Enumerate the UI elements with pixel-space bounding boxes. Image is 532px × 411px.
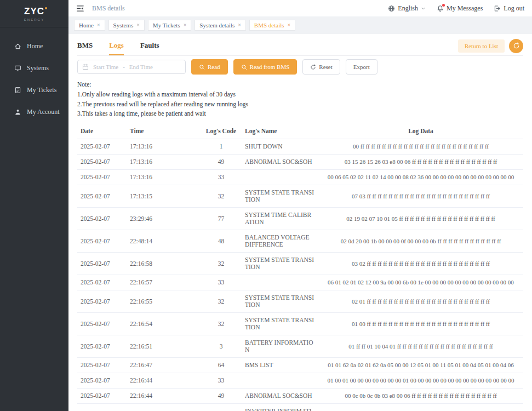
reset-label: Reset — [319, 64, 332, 70]
logout-button[interactable]: Log out — [494, 4, 524, 13]
return-to-list-button[interactable]: Return to List — [458, 39, 505, 53]
log-date: 2025-02-07 — [77, 155, 127, 170]
close-icon[interactable]: × — [288, 22, 291, 28]
log-data: 02 01 ff ff ff ff ff ff ff ff ff ff ff f… — [318, 290, 523, 313]
breadcrumb-label: System details — [199, 22, 234, 28]
reset-button[interactable]: Reset — [302, 59, 340, 75]
breadcrumb-tab-my-tickets[interactable]: My Tickets× — [148, 20, 191, 31]
log-data: 06 01 02 01 02 12 00 9a 00 00 6b 00 1e 0… — [318, 275, 523, 290]
tab-faults[interactable]: Faults — [140, 36, 159, 55]
content-panel: BMS Logs Faults Return to List Start Tim… — [68, 34, 532, 411]
log-time: 22:16:51 — [127, 335, 201, 358]
log-code: 1 — [201, 139, 242, 155]
logo-dot-icon — [45, 7, 47, 9]
date-range-input[interactable]: Start Time - End Time — [77, 60, 186, 74]
log-code: 33 — [201, 170, 242, 185]
sidebar-item-label: My Tickets — [27, 86, 56, 94]
log-date: 2025-02-07 — [77, 313, 127, 335]
log-data: 02 0d 20 00 1b 00 00 00 0f 00 00 00 0b f… — [318, 230, 523, 253]
log-data: 02 19 02 07 10 01 05 ff ff ff ff ff ff f… — [318, 208, 523, 230]
tickets-icon — [14, 87, 21, 94]
read-button[interactable]: Read — [191, 59, 228, 75]
close-icon[interactable]: × — [97, 22, 100, 28]
refresh-circle-button[interactable] — [509, 39, 523, 53]
note-block: Note: 1.Only allow reading logs with a m… — [77, 80, 523, 119]
language-selector[interactable]: English — [388, 4, 426, 13]
header-date: Date — [77, 123, 127, 139]
log-code: 32 — [201, 253, 242, 275]
my-messages-button[interactable]: My Messages — [437, 4, 483, 13]
table-row: 2025-02-07 22:16:51 3 BATTERY INFORMATIO… — [77, 335, 523, 358]
breadcrumb-label: BMS details — [254, 22, 284, 28]
topbar: BMS details English My Messages Log out — [68, 0, 532, 16]
my-messages-label: My Messages — [447, 4, 483, 13]
log-data: 03 02 ff ff ff ff ff ff ff ff ff ff ff f… — [318, 253, 523, 275]
table-row: 2025-02-07 22:16:47 64 BMS LIST 01 01 62… — [77, 358, 523, 373]
table-header-row: Date Time Log's Code Log's Name Log Data — [77, 123, 523, 139]
log-date: 2025-02-07 — [77, 208, 127, 230]
sidebar-item-my-tickets[interactable]: My Tickets — [0, 79, 68, 101]
close-icon[interactable]: × — [136, 22, 140, 28]
log-code: 32 — [201, 313, 242, 335]
chevron-down-icon — [421, 6, 426, 11]
table-row: 2025-02-07 23:29:46 77 SYSTEM TIME CALIB… — [77, 208, 523, 230]
sidebar-item-my-account[interactable]: My Account — [0, 101, 68, 123]
logout-icon — [494, 5, 501, 12]
log-time: 17:13:16 — [127, 139, 201, 155]
log-date: 2025-02-07 — [77, 230, 127, 253]
logs-table: Date Time Log's Code Log's Name Log Data… — [77, 123, 523, 411]
logo-text: ZYC — [24, 6, 44, 17]
export-button[interactable]: Export — [346, 59, 377, 75]
hamburger-icon[interactable] — [76, 4, 84, 13]
close-icon[interactable]: × — [238, 22, 241, 28]
log-date: 2025-02-07 — [77, 389, 127, 404]
log-data: 01 00 01 00 00 00 00 00 00 00 01 00 00 0… — [318, 373, 523, 389]
log-name: BATTERY INFORMATION — [242, 335, 318, 358]
breadcrumb: Home× Systems× My Tickets× System detail… — [68, 16, 532, 34]
breadcrumb-label: Systems — [113, 22, 134, 28]
log-time: 23:29:46 — [127, 208, 201, 230]
close-icon[interactable]: × — [184, 22, 187, 28]
log-time: 22:16:44 — [127, 373, 201, 389]
sidebar: ZYC ENERGY Home Systems My Tickets My Ac… — [0, 0, 68, 411]
breadcrumb-tab-system-details[interactable]: System details× — [195, 20, 246, 31]
header-logs-name: Log's Name — [242, 123, 318, 139]
log-code: 77 — [201, 208, 242, 230]
log-date: 2025-02-07 — [77, 170, 127, 185]
breadcrumb-tab-systems[interactable]: Systems× — [108, 20, 145, 31]
log-code: 48 — [201, 230, 242, 253]
log-date: 2025-02-07 — [77, 185, 127, 208]
log-time: 22:16:57 — [127, 275, 201, 290]
log-data: 01 ff ff 01 10 04 01 ff ff ff ff ff ff f… — [318, 335, 523, 358]
breadcrumb-tab-bms-details[interactable]: BMS details× — [249, 20, 295, 31]
log-code: 33 — [201, 373, 242, 389]
sidebar-item-systems[interactable]: Systems — [0, 57, 68, 79]
language-icon — [388, 5, 395, 12]
table-row: 2025-02-07 22:16:44 33 01 00 01 00 00 00… — [77, 373, 523, 389]
log-time: 22:48:14 — [127, 230, 201, 253]
log-data: 02 07 ff ff ff ff ff ff ff ff ff ff ff f… — [318, 404, 523, 411]
log-data: 01 00 ff ff ff ff ff ff ff ff ff ff ff f… — [318, 313, 523, 335]
log-time: 22:16:47 — [127, 358, 201, 373]
account-icon — [14, 109, 21, 116]
read-from-bms-button[interactable]: Read from BMS — [233, 59, 298, 75]
log-name: ABNORMAL SOC&SOH — [242, 155, 318, 170]
log-date: 2025-02-07 — [77, 358, 127, 373]
unread-badge — [442, 4, 445, 7]
sidebar-item-home[interactable]: Home — [0, 35, 68, 57]
read-label: Read — [208, 64, 220, 70]
log-data: 00 ff ff ff ff ff ff ff ff ff ff ff ff f… — [318, 139, 523, 155]
breadcrumb-tab-home[interactable]: Home× — [74, 20, 105, 31]
tab-bms[interactable]: BMS — [77, 36, 93, 55]
log-name — [242, 373, 318, 389]
table-row: 2025-02-07 17:13:15 32 SYSTEM STATE TRAN… — [77, 185, 523, 208]
log-name: SYSTEM STATE TRANSITION — [242, 290, 318, 313]
systems-icon — [14, 65, 21, 72]
log-code: 64 — [201, 358, 242, 373]
header-logs-code: Log's Code — [201, 123, 242, 139]
log-name: SYSTEM STATE TRANSITION — [242, 185, 318, 208]
main-area: BMS details English My Messages Log out … — [68, 0, 532, 411]
tab-logs[interactable]: Logs — [109, 36, 124, 55]
sidebar-item-label: Systems — [27, 64, 49, 72]
log-name: SYSTEM TIME CALIBRATION — [242, 208, 318, 230]
